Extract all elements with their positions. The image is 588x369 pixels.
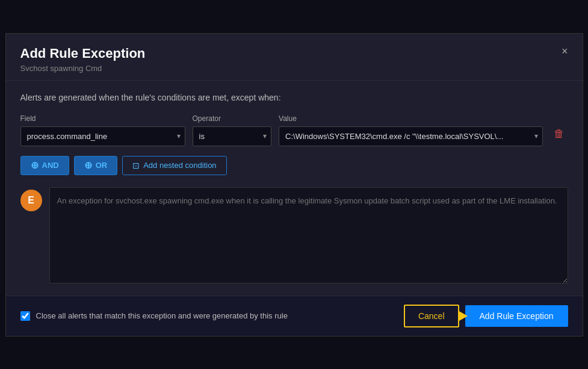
dialog-title: Add Rule Exception bbox=[20, 46, 568, 61]
plus-icon: ⊕ bbox=[31, 161, 39, 170]
avatar: E bbox=[20, 190, 42, 211]
avatar-letter: E bbox=[28, 195, 34, 206]
delete-condition-button[interactable]: 🗑 bbox=[550, 123, 568, 145]
value-select-wrapper: C:\Windows\SYSTEM32\cmd.exe /c "\\testme… bbox=[279, 126, 542, 146]
info-text: Alerts are generated when the rule's con… bbox=[20, 93, 568, 102]
footer-buttons: Cancel Add Rule Exception bbox=[404, 305, 568, 327]
operator-label: Operator bbox=[193, 114, 272, 123]
dialog-footer: Close all alerts that match this excepti… bbox=[6, 296, 583, 336]
or-label: OR bbox=[96, 161, 108, 170]
dialog-subtitle: Svchost spawning Cmd bbox=[20, 64, 568, 73]
nested-icon: ⊡ bbox=[132, 161, 140, 170]
add-nested-condition-button[interactable]: ⊡ Add nested condition bbox=[122, 156, 226, 175]
add-rule-exception-dialog: Add Rule Exception Svchost spawning Cmd … bbox=[5, 33, 583, 336]
condition-buttons-row: ⊕ AND ⊕ OR ⊡ Add nested condition bbox=[20, 156, 568, 175]
dialog-body: Alerts are generated when the rule's con… bbox=[6, 81, 583, 296]
close-button[interactable]: × bbox=[557, 43, 573, 59]
fields-row: Field process.command_line ▾ Operator is bbox=[20, 114, 568, 146]
operator-select-wrapper: is ▾ bbox=[193, 126, 272, 146]
operator-select[interactable]: is bbox=[193, 126, 272, 146]
nested-label: Add nested condition bbox=[143, 161, 216, 170]
and-button[interactable]: ⊕ AND bbox=[20, 156, 69, 175]
field-select[interactable]: process.command_line bbox=[20, 126, 185, 146]
field-label: Field bbox=[20, 114, 185, 123]
value-select[interactable]: C:\Windows\SYSTEM32\cmd.exe /c "\\testme… bbox=[279, 126, 542, 146]
comment-section: E bbox=[20, 187, 568, 284]
checkbox-row: Close all alerts that match this excepti… bbox=[20, 311, 288, 321]
and-label: AND bbox=[42, 161, 59, 170]
or-button[interactable]: ⊕ OR bbox=[74, 156, 118, 175]
value-group: Value C:\Windows\SYSTEM32\cmd.exe /c "\\… bbox=[279, 114, 542, 146]
operator-group: Operator is ▾ bbox=[193, 114, 272, 146]
cancel-button[interactable]: Cancel bbox=[404, 305, 459, 327]
dialog-header: Add Rule Exception Svchost spawning Cmd … bbox=[6, 34, 583, 81]
comment-textarea[interactable] bbox=[49, 187, 568, 284]
add-exception-button[interactable]: Add Rule Exception bbox=[465, 305, 568, 327]
checkbox-label: Close all alerts that match this excepti… bbox=[36, 311, 288, 320]
close-alerts-checkbox[interactable] bbox=[20, 311, 30, 321]
field-select-wrapper: process.command_line ▾ bbox=[20, 126, 185, 146]
value-label: Value bbox=[279, 114, 542, 123]
field-group: Field process.command_line ▾ bbox=[20, 114, 185, 146]
plus-icon: ⊕ bbox=[84, 161, 92, 170]
